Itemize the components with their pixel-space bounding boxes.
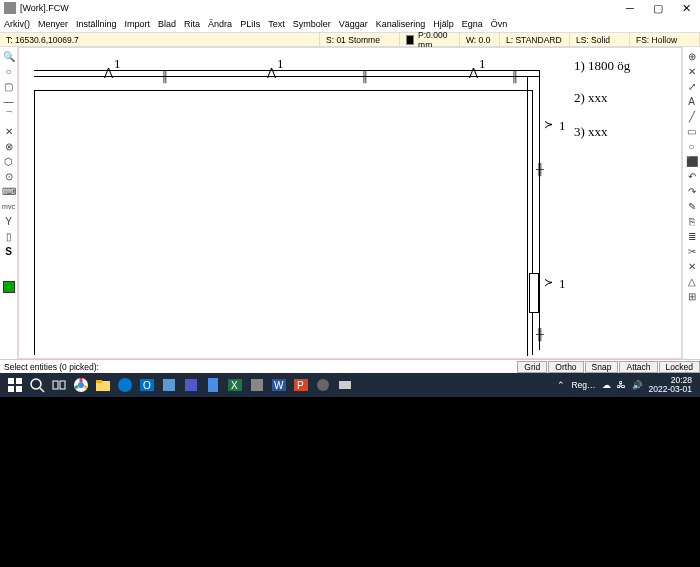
copy-icon[interactable]: ⎘: [685, 214, 699, 228]
y-icon[interactable]: Y: [2, 214, 16, 228]
search-icon[interactable]: [26, 375, 48, 395]
menu-item[interactable]: PLiIs: [240, 19, 260, 29]
menu-item[interactable]: Väggar: [339, 19, 368, 29]
circle-icon[interactable]: ○: [2, 64, 16, 78]
symbol-mark: ≻: [544, 276, 553, 289]
tray-lang[interactable]: Reg…: [571, 380, 595, 390]
diag-icon[interactable]: ╱: [685, 109, 699, 123]
window-title: [Work].FCW: [20, 3, 620, 13]
dim-mark: ╫: [536, 328, 544, 340]
excel-icon[interactable]: X: [224, 375, 246, 395]
property-bar: T: 16530.6,10069.7 S: 01 Stomme P:0.000 …: [0, 32, 700, 47]
title-bar: [Work].FCW ─ ▢ ✕: [0, 0, 700, 16]
app-icon[interactable]: [158, 375, 180, 395]
width-field[interactable]: W: 0.0: [460, 33, 500, 46]
menu-item[interactable]: Övn: [491, 19, 508, 29]
rect-icon[interactable]: ▢: [2, 79, 16, 93]
fillstyle-field[interactable]: FS: Hollow: [630, 33, 700, 46]
chrome-icon[interactable]: [70, 375, 92, 395]
svg-rect-20: [251, 379, 263, 391]
minimize-button[interactable]: ─: [620, 2, 640, 15]
fullscreen-icon[interactable]: ⤢: [685, 79, 699, 93]
layers-icon[interactable]: ≣: [685, 229, 699, 243]
coord-field[interactable]: T: 16530.6,10069.7: [0, 33, 320, 46]
explorer-icon[interactable]: [92, 375, 114, 395]
dim-mark: ╫: [361, 70, 369, 82]
fill-icon[interactable]: ⬛: [685, 154, 699, 168]
box-icon[interactable]: ▯: [2, 229, 16, 243]
taskview-icon[interactable]: [48, 375, 70, 395]
start-button[interactable]: [4, 375, 26, 395]
menu-item[interactable]: Arkiv(): [4, 19, 30, 29]
color-swatch[interactable]: [406, 35, 414, 45]
menu-item[interactable]: Menyer: [38, 19, 68, 29]
status-snap-button[interactable]: Snap: [585, 361, 619, 373]
hex-icon[interactable]: ⬡: [2, 154, 16, 168]
edge-icon[interactable]: [114, 375, 136, 395]
svg-rect-16: [185, 379, 197, 391]
line-icon[interactable]: —: [2, 94, 16, 108]
sheet-field[interactable]: S: 01 Stomme: [320, 33, 400, 46]
zoom-extents-icon[interactable]: ⊕: [685, 49, 699, 63]
calc-icon[interactable]: [202, 375, 224, 395]
redo-icon[interactable]: ↷: [685, 184, 699, 198]
status-attach-button[interactable]: Attach: [619, 361, 657, 373]
linestyle-field[interactable]: LS: Solid: [570, 33, 630, 46]
delete-icon[interactable]: ✕: [685, 259, 699, 273]
symbol-mark: ≻: [544, 118, 553, 131]
close-view-icon[interactable]: ✕: [685, 64, 699, 78]
tool-icon[interactable]: ⊗: [2, 139, 16, 153]
tray-cloud-icon[interactable]: ☁: [602, 380, 611, 390]
cross-icon[interactable]: ✕: [2, 124, 16, 138]
keyboard-icon[interactable]: ⌨: [2, 184, 16, 198]
outlook-icon[interactable]: O: [136, 375, 158, 395]
system-tray[interactable]: ⌃ Reg… ☁ 🖧 🔊 20:28 2022-03-01: [557, 376, 696, 395]
pen-field[interactable]: P:0.000 mm: [400, 33, 460, 46]
menu-item[interactable]: Rita: [184, 19, 200, 29]
menu-item[interactable]: Inställning: [76, 19, 117, 29]
tray-net-icon[interactable]: 🖧: [617, 380, 626, 390]
tri-icon[interactable]: △: [685, 274, 699, 288]
s-icon[interactable]: S: [2, 244, 16, 258]
menu-item[interactable]: Blad: [158, 19, 176, 29]
grid-icon[interactable]: ⊞: [685, 289, 699, 303]
tray-vol-icon[interactable]: 🔊: [632, 380, 643, 390]
status-locked-button[interactable]: Locked: [659, 361, 700, 373]
menu-item[interactable]: Kanalisering: [376, 19, 426, 29]
svg-text:P: P: [297, 380, 304, 391]
taskbar-clock[interactable]: 20:28 2022-03-01: [649, 376, 696, 395]
menu-item[interactable]: Symboler: [293, 19, 331, 29]
menu-item[interactable]: Import: [125, 19, 151, 29]
app3-icon[interactable]: [312, 375, 334, 395]
status-ortho-button[interactable]: Ortho: [548, 361, 583, 373]
app2-icon[interactable]: [246, 375, 268, 395]
menu-item[interactable]: Ändra: [208, 19, 232, 29]
layer-field[interactable]: L: STANDARD: [500, 33, 570, 46]
left-toolbar: 🔍 ○ ▢ — ⌒ ✕ ⊗ ⬡ ⊙ ⌨ mvc Y ▯ S: [0, 47, 18, 359]
cut-icon[interactable]: ✂: [685, 244, 699, 258]
menu-item[interactable]: Text: [268, 19, 285, 29]
drawing-label: 1: [559, 276, 566, 292]
tray-chevron-icon[interactable]: ⌃: [557, 380, 565, 390]
edit-icon[interactable]: ✎: [685, 199, 699, 213]
menu-item[interactable]: Hjälp: [433, 19, 454, 29]
arc-icon[interactable]: ⌒: [2, 109, 16, 123]
teams-icon[interactable]: [180, 375, 202, 395]
app4-icon[interactable]: [334, 375, 356, 395]
color-icon[interactable]: [2, 280, 16, 294]
drawing-canvas[interactable]: 1 1 1 ⋀ ⋀ ⋀ ╫ ╫ ╫ 1 ≻ 1 ≻ ╫ ╫ 1) 1800 ög…: [18, 47, 682, 359]
word-icon[interactable]: W: [268, 375, 290, 395]
status-grid-button[interactable]: Grid: [517, 361, 547, 373]
rect2-icon[interactable]: ▭: [685, 124, 699, 138]
menu-item[interactable]: Egna: [462, 19, 483, 29]
target-icon[interactable]: ⊙: [2, 169, 16, 183]
mvc-icon[interactable]: mvc: [2, 199, 16, 213]
text-icon[interactable]: A: [685, 94, 699, 108]
undo-icon[interactable]: ↶: [685, 169, 699, 183]
dim-mark: ╫: [161, 70, 169, 82]
circ2-icon[interactable]: ○: [685, 139, 699, 153]
zoom-icon[interactable]: 🔍: [2, 49, 16, 63]
powerpoint-icon[interactable]: P: [290, 375, 312, 395]
maximize-button[interactable]: ▢: [648, 2, 668, 15]
close-button[interactable]: ✕: [676, 2, 696, 15]
